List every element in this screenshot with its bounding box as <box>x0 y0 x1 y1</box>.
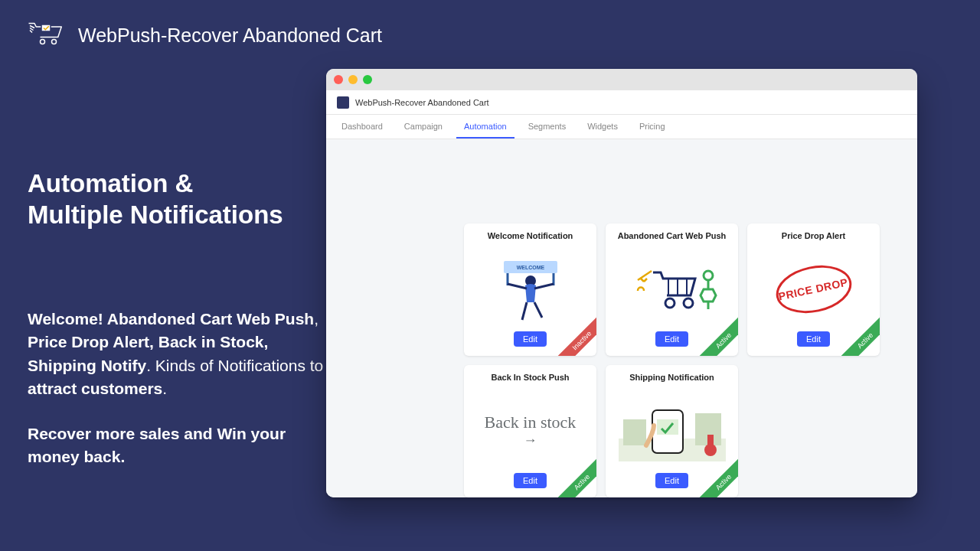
edit-button[interactable]: Edit <box>655 331 688 347</box>
edit-button[interactable]: Edit <box>797 331 830 347</box>
card-title: Back In Stock Push <box>491 373 569 382</box>
app-window: WebPush-Recover Abandoned Cart Dashboard… <box>326 69 917 497</box>
tab-dashboard[interactable]: Dashboard <box>334 115 390 139</box>
welcome-illustration: WELCOME <box>472 246 589 331</box>
card-title: Abandoned Cart Web Push <box>618 231 727 240</box>
svg-point-2 <box>52 40 57 44</box>
svg-point-13 <box>704 271 713 280</box>
app-name: WebPush-Recover Abandoned Cart <box>78 24 382 47</box>
card-title: Shipping Notification <box>629 373 714 382</box>
edit-button[interactable]: Edit <box>514 331 547 347</box>
edit-button[interactable]: Edit <box>655 473 688 488</box>
window-titlebar <box>326 69 917 90</box>
backinstock-illustration: Back in stock→ <box>472 388 589 473</box>
tab-automation[interactable]: Automation <box>456 115 514 139</box>
automation-card: Back In Stock PushBack in stock→EditActi… <box>464 365 596 497</box>
svg-point-12 <box>684 298 693 308</box>
automation-card: Price Drop AlertPRICE DROPEditActive <box>747 223 880 356</box>
tab-pricing[interactable]: Pricing <box>632 115 673 139</box>
svg-rect-20 <box>707 435 714 447</box>
app-bar-title: WebPush-Recover Abandoned Cart <box>355 98 489 107</box>
tab-widgets[interactable]: Widgets <box>580 115 626 139</box>
automation-card: Abandoned Cart Web PushEditActive <box>606 223 738 356</box>
tab-segments[interactable]: Segments <box>521 115 574 139</box>
tab-campaign[interactable]: Campaign <box>397 115 450 139</box>
app-logo-icon <box>337 96 349 109</box>
shipping-illustration <box>613 388 730 473</box>
window-close-icon[interactable] <box>334 75 343 84</box>
card-title: Price Drop Alert <box>782 231 845 240</box>
edit-button[interactable]: Edit <box>514 473 547 488</box>
promo-body: Welcome! Abandoned Cart Web Push, Price … <box>28 308 326 401</box>
pricedrop-illustration: PRICE DROP <box>755 246 872 331</box>
svg-point-1 <box>41 40 45 44</box>
window-zoom-icon[interactable] <box>363 75 372 84</box>
svg-rect-0 <box>41 24 51 31</box>
tab-bar: DashboardCampaignAutomationSegmentsWidge… <box>326 115 917 139</box>
svg-rect-22 <box>657 419 678 435</box>
svg-text:WELCOME: WELCOME <box>516 265 544 270</box>
brand-row: WebPush-Recover Abandoned Cart <box>28 18 382 52</box>
promo-body-2: Recover more sales and Win your money ba… <box>28 422 326 469</box>
cart-logo-icon <box>28 18 64 52</box>
svg-point-11 <box>665 298 675 308</box>
automation-card: Shipping NotificationEditActive <box>606 365 738 497</box>
app-bar: WebPush-Recover Abandoned Cart <box>326 90 917 115</box>
card-title: Welcome Notification <box>488 231 573 240</box>
promo-copy: Automation & Multiple Notifications Welc… <box>28 168 326 468</box>
automation-card-grid: Welcome NotificationWELCOMEEditInactiveA… <box>326 139 917 497</box>
promo-headline: Automation & Multiple Notifications <box>28 168 326 231</box>
window-minimize-icon[interactable] <box>348 75 358 84</box>
cart-illustration <box>613 246 730 331</box>
automation-card: Welcome NotificationWELCOMEEditInactive <box>464 223 596 356</box>
svg-rect-17 <box>623 419 646 445</box>
